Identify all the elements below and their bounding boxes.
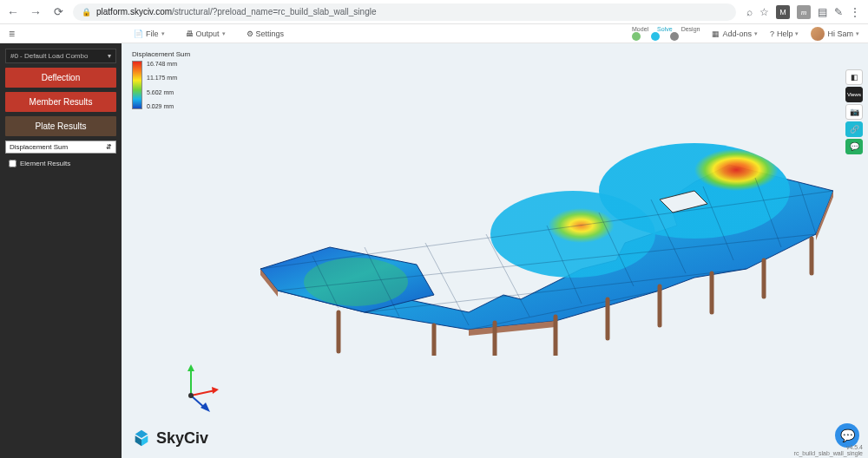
result-type-label: Displacement Sum bbox=[10, 143, 68, 151]
file-menu[interactable]: 📄 File ▾ bbox=[134, 29, 165, 38]
addons-menu[interactable]: ▦ Add-ons ▾ bbox=[712, 29, 758, 38]
member-results-button[interactable]: Member Results bbox=[5, 92, 116, 112]
version-label: v4.5.4 bbox=[846, 444, 863, 450]
camera-icon[interactable]: 📷 bbox=[845, 104, 863, 120]
extension-4[interactable]: ✎ bbox=[834, 6, 843, 18]
search-icon[interactable]: ⌕ bbox=[746, 6, 753, 18]
feedback-icon[interactable]: 💬 bbox=[845, 139, 863, 154]
element-results-checkbox[interactable]: Element Results bbox=[5, 158, 116, 169]
step-model[interactable]: Model bbox=[632, 26, 648, 32]
plate-results-button[interactable]: Plate Results bbox=[5, 116, 116, 136]
slab-contour bbox=[208, 95, 833, 356]
legend-max: 16.748 mm bbox=[147, 61, 177, 67]
step-solve[interactable]: Solve bbox=[657, 26, 673, 32]
file-label: rc_build_slab_wall_single bbox=[794, 450, 863, 456]
reload-button[interactable]: ⟳ bbox=[50, 5, 66, 18]
views-button[interactable]: Views bbox=[845, 87, 863, 102]
result-type-select[interactable]: Displacement Sum⇵ bbox=[5, 141, 116, 154]
legend-q1: 5.602 mm bbox=[147, 89, 177, 95]
footer: v4.5.4 rc_build_slab_wall_single bbox=[794, 444, 863, 456]
extension-1[interactable]: M bbox=[776, 5, 790, 19]
avatar bbox=[811, 27, 825, 41]
load-combo-select[interactable]: #0 - Default Load Combo▾ bbox=[5, 49, 116, 63]
color-legend: Displacement Sum 16.748 mm 11.175 mm 5.6… bbox=[132, 50, 190, 109]
star-icon[interactable]: ☆ bbox=[760, 6, 769, 18]
legend-q3: 11.175 mm bbox=[147, 75, 177, 81]
app-toolbar: ≡ 📄 File ▾ 🖶 Output ▾ ⚙ Settings Model S… bbox=[0, 24, 868, 43]
legend-min: 0.029 mm bbox=[147, 103, 177, 109]
results-sidebar: #0 - Default Load Combo▾ Deflection Memb… bbox=[0, 43, 122, 458]
share-icon[interactable]: 🔗 bbox=[845, 121, 863, 137]
browser-menu[interactable]: ⋮ bbox=[850, 6, 859, 18]
browser-chrome: ← → ⟳ 🔒 platform.skyciv.com/structural/?… bbox=[0, 0, 868, 24]
browser-actions: ⌕ ☆ M m ▤ ✎ ⋮ bbox=[743, 5, 863, 19]
url-bar[interactable]: 🔒 platform.skyciv.com/structural/?preloa… bbox=[73, 3, 736, 21]
legend-title: Displacement Sum bbox=[132, 50, 190, 58]
output-menu[interactable]: 🖶 Output ▾ bbox=[186, 29, 226, 38]
url-host: platform.skyciv.com bbox=[96, 7, 172, 16]
lock-icon: 🔒 bbox=[82, 8, 91, 16]
extension-2[interactable]: m bbox=[797, 5, 811, 19]
view-toolbar: ◧ Views 📷 🔗 💬 bbox=[845, 69, 863, 154]
svg-point-24 bbox=[188, 393, 194, 398]
help-menu[interactable]: ? Help ▾ bbox=[770, 29, 799, 38]
step-dot-design[interactable] bbox=[670, 32, 679, 41]
user-menu[interactable]: Hi Sam ▾ bbox=[811, 27, 859, 41]
svg-line-20 bbox=[191, 390, 215, 396]
forward-button[interactable]: → bbox=[28, 5, 43, 19]
workflow-steps: Model Solve Design bbox=[632, 26, 700, 41]
deflection-button[interactable]: Deflection bbox=[5, 68, 116, 88]
step-dot-solve[interactable] bbox=[651, 32, 660, 41]
logo-text: SkyCiv bbox=[156, 429, 208, 448]
svg-marker-19 bbox=[187, 364, 194, 371]
load-combo-label: #0 - Default Load Combo bbox=[10, 52, 88, 60]
view-cube-icon[interactable]: ◧ bbox=[845, 69, 863, 85]
viewport-3d[interactable]: Displacement Sum 16.748 mm 11.175 mm 5.6… bbox=[122, 43, 868, 458]
step-dot-model[interactable] bbox=[632, 32, 641, 41]
back-button[interactable]: ← bbox=[5, 5, 21, 19]
url-path: /structural/?preload_name=rc_build_slab_… bbox=[172, 7, 376, 16]
skyciv-logo: SkyCiv bbox=[132, 429, 208, 448]
axis-gizmo[interactable] bbox=[174, 361, 226, 413]
settings-menu[interactable]: ⚙ Settings bbox=[247, 29, 285, 38]
svg-marker-23 bbox=[201, 402, 210, 412]
svg-marker-21 bbox=[212, 387, 219, 394]
extension-3[interactable]: ▤ bbox=[818, 6, 827, 18]
step-design[interactable]: Design bbox=[681, 26, 700, 32]
menu-toggle[interactable]: ≡ bbox=[9, 28, 21, 40]
logo-icon bbox=[132, 429, 151, 448]
legend-gradient bbox=[132, 61, 142, 109]
svg-point-4 bbox=[304, 258, 408, 306]
